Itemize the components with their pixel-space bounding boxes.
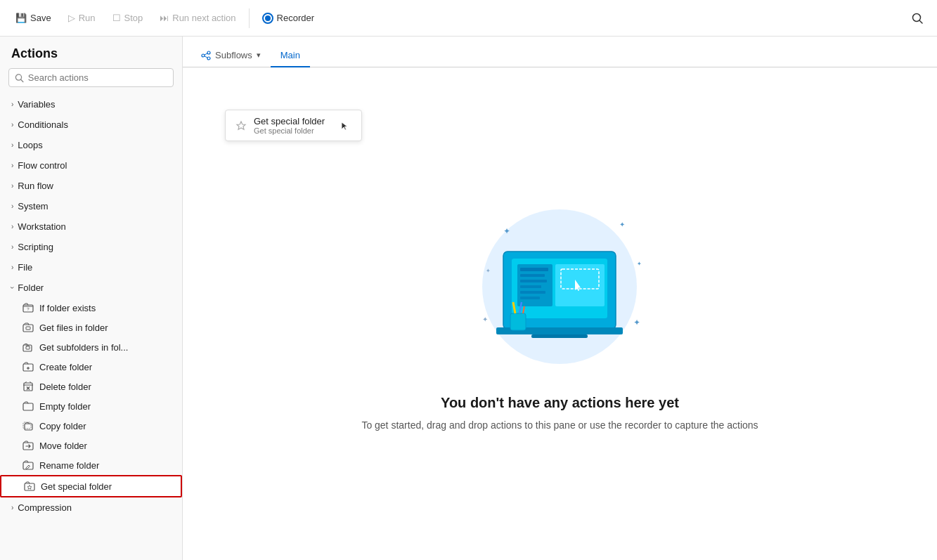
list-item-label: Delete folder [39,382,91,392]
list-item[interactable]: Get files in folder [0,318,182,337]
sidebar-item-label: Loops [18,140,42,150]
svg-rect-45 [520,285,541,288]
svg-text:✦: ✦ [503,226,510,236]
list-item[interactable]: ? If folder exists [0,298,182,318]
empty-title: You don't have any actions here yet [441,395,679,411]
main-layout: Actions › Variables › Conditionals › L [0,37,937,560]
list-item-label: Get files in folder [39,323,108,333]
sidebar-item-file[interactable]: › File [0,257,182,278]
run-next-action-button[interactable]: ⏭ Run next action [153,9,243,27]
svg-line-30 [205,56,207,58]
empty-state: ✦ ✦ ✦ ✦ ✦ ✦ [347,67,772,560]
sidebar-item-label: Flow control [18,160,67,171]
run-button[interactable]: ▷ Run [61,9,103,27]
recorder-label: Recorder [277,13,314,23]
list-item[interactable]: Copy folder [0,416,182,436]
drag-preview[interactable]: Get special folder Get special folder [225,110,362,141]
stop-button[interactable]: ☐ Stop [105,9,150,27]
sidebar-item-loops[interactable]: › Loops [0,135,182,155]
svg-line-3 [21,79,23,82]
list-item-label: Create folder [39,362,92,372]
list-item-label: If folder exists [39,303,96,313]
tab-main[interactable]: Main [271,44,310,67]
sidebar-item-flow-control[interactable]: › Flow control [0,155,182,176]
run-icon: ▷ [68,13,75,23]
toolbar-divider [249,8,250,28]
save-label: Save [30,13,51,23]
sidebar-item-scripting[interactable]: › Scripting [0,237,182,257]
delete-folder-icon [22,381,34,392]
run-next-icon: ⏭ [160,13,169,23]
list-item-label: Empty folder [39,401,91,412]
sidebar-item-conditionals[interactable]: › Conditionals [0,115,182,135]
sidebar-item-variables[interactable]: › Variables [0,94,182,115]
svg-rect-44 [520,280,547,282]
star-icon [235,120,247,131]
svg-text:✦: ✦ [619,221,625,228]
svg-rect-13 [24,383,32,391]
search-input[interactable] [28,72,167,83]
svg-point-28 [207,57,210,60]
chevron-down-icon: ▾ [257,51,261,60]
tab-bar: Subflows ▾ Main [183,37,937,67]
svg-rect-19 [23,403,33,410]
cursor-icon [339,119,351,132]
if-folder-exists-icon: ? [22,302,34,313]
tab-subflows[interactable]: Subflows ▾ [191,44,271,67]
chevron-down-icon: › [8,287,16,289]
get-special-folder-icon [24,481,35,492]
recorder-button[interactable]: Recorder [255,9,321,27]
sidebar-item-label: Conditionals [18,119,68,130]
sidebar-item-label: Workstation [18,221,65,232]
run-label: Run [79,13,96,23]
sidebar-item-run-flow[interactable]: › Run flow [0,176,182,196]
svg-text:✦: ✦ [486,268,491,274]
canvas: Get special folder Get special folder ✦ [183,67,937,560]
svg-rect-24 [25,483,34,490]
svg-point-0 [913,13,921,21]
svg-text:✦: ✦ [633,318,640,327]
sidebar-item-workstation[interactable]: › Workstation [0,216,182,237]
stop-label: Stop [124,13,143,23]
chevron-right-icon: › [11,504,13,512]
save-button[interactable]: 💾 Save [8,9,58,27]
sidebar-item-label: System [18,201,48,211]
search-toolbar-icon [911,12,924,25]
drag-preview-title: Get special folder [254,116,325,126]
sidebar-item-label: Run flow [18,181,53,191]
get-special-folder-item[interactable]: Get special folder [0,475,182,497]
toolbar-search-icon[interactable] [906,7,929,30]
svg-rect-7 [26,327,30,330]
chevron-right-icon: › [11,263,13,271]
create-folder-icon [22,361,34,372]
svg-rect-8 [23,345,32,351]
sidebar-item-label: Scripting [18,242,53,252]
rename-folder-icon [22,460,34,471]
drag-preview-text: Get special folder Get special folder [254,116,325,135]
list-item[interactable]: Move folder [0,436,182,455]
empty-subtitle: To get started, drag and drop actions to… [361,418,758,433]
svg-text:?: ? [27,307,30,311]
svg-marker-25 [27,486,32,490]
svg-rect-9 [26,346,30,349]
list-item[interactable]: Rename folder [0,455,182,475]
list-item-label: Rename folder [39,460,99,471]
copy-folder-icon [22,420,34,431]
toolbar: 💾 Save ▷ Run ☐ Stop ⏭ Run next action Re… [0,0,937,37]
search-icon [15,73,24,83]
chevron-right-icon: › [11,121,13,129]
list-item-label: Get special folder [41,481,112,492]
list-item[interactable]: Create folder [0,357,182,377]
empty-illustration-svg: ✦ ✦ ✦ ✦ ✦ ✦ [447,195,672,378]
list-item[interactable]: Delete folder [0,377,182,396]
save-icon: 💾 [15,13,27,23]
chevron-right-icon: › [11,243,13,251]
sidebar-item-folder[interactable]: › Folder [0,278,182,298]
chevron-right-icon: › [11,182,13,190]
sidebar-title: Actions [0,37,182,68]
sidebar-item-compression[interactable]: › Compression [0,497,182,518]
list-item[interactable]: Get subfolders in fol... [0,337,182,357]
svg-text:✦: ✦ [637,261,642,267]
list-item[interactable]: Empty folder [0,396,182,416]
sidebar-item-system[interactable]: › System [0,196,182,216]
